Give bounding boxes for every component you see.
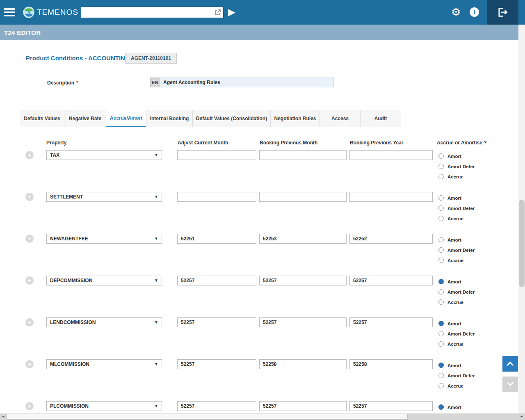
radio-amort-defer[interactable] — [438, 289, 444, 294]
expand-row-button[interactable]: + — [25, 318, 34, 326]
booking-previous-year-input[interactable] — [349, 234, 433, 244]
radio-option-accrue[interactable]: Accrue — [438, 297, 475, 307]
launch-icon[interactable] — [214, 8, 222, 16]
radio-amort[interactable] — [438, 237, 444, 242]
info-icon[interactable]: i — [470, 7, 479, 17]
booking-previous-month-input[interactable] — [259, 401, 347, 411]
radio-option-accrue[interactable]: Accrue — [438, 339, 475, 349]
radio-amort[interactable] — [438, 195, 444, 201]
vertical-scrollbar-thumb[interactable] — [519, 200, 525, 287]
radio-amort-defer[interactable] — [438, 247, 444, 253]
horizontal-scrollbar-thumb[interactable] — [7, 414, 408, 420]
booking-previous-year-input[interactable] — [349, 150, 433, 160]
tab-access[interactable]: Access — [320, 110, 361, 127]
radio-option-accrue[interactable]: Accrue — [438, 171, 475, 182]
horizontal-scrollbar[interactable]: ◄ ► — [0, 413, 525, 420]
vertical-scrollbar[interactable] — [518, 25, 525, 413]
radio-option-amort[interactable]: Amort — [438, 360, 475, 370]
scroll-to-bottom-button[interactable] — [502, 377, 518, 392]
adjust-current-month-input[interactable] — [177, 401, 256, 411]
expand-row-button[interactable]: + — [25, 235, 34, 243]
scroll-to-top-button[interactable] — [502, 356, 518, 372]
adjust-current-month-input[interactable] — [177, 359, 256, 369]
property-select[interactable]: TAX ▼ — [46, 150, 162, 160]
adjust-current-month-input[interactable] — [177, 150, 256, 160]
adjust-current-month-input[interactable] — [177, 276, 256, 285]
radio-amort-defer[interactable] — [438, 164, 444, 169]
radio-option-amort-defer[interactable]: Amort Defer — [438, 329, 475, 339]
booking-previous-year-input[interactable] — [349, 359, 433, 369]
logout-button[interactable] — [487, 0, 518, 25]
search-input[interactable] — [81, 7, 212, 18]
booking-previous-month-input[interactable] — [259, 276, 347, 285]
radio-accrue[interactable] — [438, 299, 444, 305]
description-input[interactable] — [160, 78, 334, 87]
radio-option-amort[interactable]: Amort — [438, 276, 475, 287]
radio-accrue[interactable] — [438, 258, 444, 263]
radio-amort-defer[interactable] — [438, 331, 444, 336]
radio-accrue[interactable] — [438, 216, 444, 221]
radio-option-amort[interactable]: Amort — [438, 402, 475, 412]
expand-row-button[interactable]: + — [25, 402, 34, 410]
radio-amort-defer[interactable] — [438, 205, 444, 211]
expand-row-button[interactable]: + — [25, 151, 34, 159]
booking-previous-year-input[interactable] — [349, 192, 433, 202]
radio-accrue[interactable] — [438, 174, 444, 179]
radio-amort[interactable] — [438, 404, 444, 410]
booking-previous-year-input[interactable] — [349, 401, 433, 411]
radio-amort[interactable] — [438, 153, 444, 159]
tab-accrue-amort[interactable]: Accrue/Amort — [106, 110, 146, 127]
radio-accrue[interactable] — [438, 341, 444, 347]
radio-amort-defer[interactable] — [438, 373, 444, 378]
property-select[interactable]: NEWAGENTFEE ▼ — [46, 234, 162, 244]
menu-icon[interactable] — [4, 7, 15, 18]
radio-amort[interactable] — [438, 321, 444, 326]
radio-option-accrue[interactable]: Accrue — [438, 381, 475, 391]
adjust-current-month-input[interactable] — [177, 192, 256, 202]
radio-amort[interactable] — [438, 363, 444, 368]
expand-row-button[interactable]: + — [25, 193, 34, 201]
booking-previous-month-input[interactable] — [259, 192, 347, 202]
adjust-current-month-input[interactable] — [177, 234, 256, 244]
radio-option-amort[interactable]: Amort — [438, 318, 475, 329]
radio-accrue[interactable] — [438, 383, 444, 388]
radio-option-amort-defer[interactable]: Amort Defer — [438, 287, 475, 297]
gear-icon[interactable]: ⚙ — [451, 6, 461, 18]
radio-amort[interactable] — [438, 279, 444, 284]
tab-internal-booking[interactable]: Internal Booking — [146, 110, 193, 127]
booking-previous-month-input[interactable] — [259, 317, 347, 327]
booking-previous-month-input[interactable] — [259, 234, 347, 244]
tab-defaults-values[interactable]: Defaults Values — [20, 110, 64, 127]
radio-option-amort-defer[interactable]: Amort Defer — [438, 203, 475, 213]
booking-previous-month-input[interactable] — [259, 150, 347, 160]
tab-negative-rate[interactable]: Negative Rate — [64, 110, 106, 127]
expand-row-button[interactable]: + — [25, 276, 34, 285]
property-select[interactable]: LENDCOMMISSION ▼ — [46, 317, 162, 327]
property-select[interactable]: PLCOMMISSION ▼ — [46, 401, 162, 411]
tab-negotiation-rules[interactable]: Negotiation Rules — [270, 110, 320, 127]
radio-option-amort-defer[interactable]: Amort Defer — [438, 370, 475, 381]
radio-option-accrue[interactable]: Accrue — [438, 255, 475, 265]
run-command-button[interactable]: ▶ — [228, 6, 235, 18]
radio-option-amort[interactable]: Amort — [438, 151, 475, 161]
radio-option-amort[interactable]: Amort — [438, 235, 475, 245]
adjust-current-month-input[interactable] — [177, 317, 256, 327]
accrue-amortise-options: Amort Amort Defer Accrue — [438, 318, 475, 349]
property-select[interactable]: DEPCOMMISSION ▼ — [46, 276, 162, 285]
radio-option-amort-defer[interactable]: Amort Defer — [438, 245, 475, 255]
expand-row-button[interactable]: + — [25, 360, 34, 368]
radio-option-amort[interactable]: Amort — [438, 193, 475, 203]
radio-option-amort-defer[interactable]: Amort Defer — [438, 161, 475, 171]
language-prefix: EN — [150, 78, 160, 87]
property-select[interactable]: MLCOMMISSION ▼ — [46, 359, 162, 369]
booking-previous-year-input[interactable] — [349, 317, 433, 327]
radio-option-accrue[interactable]: Accrue — [438, 213, 475, 224]
property-select[interactable]: SETTLEMENT ▼ — [46, 192, 162, 202]
scroll-left-icon[interactable]: ◄ — [2, 415, 5, 418]
tab-default-values-consolidation[interactable]: Default Values (Consolidation) — [192, 110, 271, 127]
booking-previous-year-input[interactable] — [349, 276, 433, 285]
tab-audit[interactable]: Audit — [360, 110, 401, 127]
booking-previous-month-input[interactable] — [259, 359, 347, 369]
scroll-right-icon[interactable]: ► — [520, 415, 523, 418]
accrue-amortise-options: Amort Amort Defer Accrue — [438, 235, 475, 265]
